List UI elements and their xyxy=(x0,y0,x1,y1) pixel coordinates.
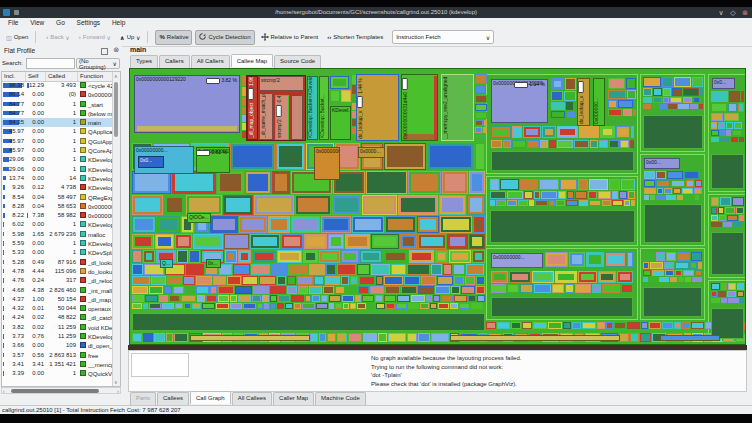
treemap-cell[interactable] xyxy=(358,286,369,294)
treemap-cell[interactable] xyxy=(287,286,297,294)
treemap-cell[interactable] xyxy=(291,216,320,233)
treemap-cell[interactable] xyxy=(319,333,326,342)
treemap-cell[interactable] xyxy=(507,191,523,199)
treemap-cell[interactable] xyxy=(618,100,633,108)
treemap-cell[interactable] xyxy=(398,195,438,215)
treemap-cell[interactable] xyxy=(326,264,336,275)
treemap-cell[interactable] xyxy=(475,74,487,84)
treemap-cell[interactable] xyxy=(475,143,485,170)
treemap-wide-bar[interactable] xyxy=(660,335,720,341)
treemap-cell[interactable] xyxy=(242,276,258,285)
treemap-cell[interactable] xyxy=(659,104,667,109)
table-row[interactable]: 29.060.001KDevelop::... xyxy=(2,155,114,164)
treemap-cell[interactable] xyxy=(732,130,742,136)
treemap-cell[interactable] xyxy=(362,295,374,302)
treemap-cell[interactable] xyxy=(664,188,672,194)
treemap-block[interactable]: 0x00... xyxy=(644,158,680,169)
treemap-cell[interactable] xyxy=(329,303,334,309)
treemap-cell[interactable] xyxy=(321,295,328,302)
treemap-cell[interactable] xyxy=(552,284,564,293)
treemap-cell[interactable] xyxy=(476,286,485,294)
treemap-cell[interactable] xyxy=(518,200,528,206)
treemap-cell[interactable] xyxy=(213,276,226,285)
table-row[interactable]: 3.730.7611 259KDevelop::... xyxy=(2,332,114,341)
treemap-cell[interactable] xyxy=(316,303,328,309)
table-row[interactable]: 4.760.24317_dl_relocat... xyxy=(2,276,114,285)
treemap-cell[interactable] xyxy=(511,322,521,329)
treemap-cell[interactable] xyxy=(132,276,150,285)
treemap-cell[interactable] xyxy=(644,171,655,179)
treemap-cell[interactable] xyxy=(588,191,597,199)
tab-machine-code[interactable]: Machine Code xyxy=(315,392,366,405)
treemap-cell[interactable] xyxy=(285,303,293,309)
treemap-cell[interactable] xyxy=(245,171,271,194)
treemap-cell[interactable] xyxy=(486,322,496,329)
treemap-cell[interactable] xyxy=(294,303,301,309)
treemap-cell[interactable] xyxy=(664,262,674,269)
treemap-cell[interactable] xyxy=(484,120,487,126)
treemap-cell[interactable] xyxy=(574,140,589,148)
treemap-block[interactable]: 0x0000000002d1b500.61 % xyxy=(196,147,230,173)
treemap-cell[interactable] xyxy=(565,284,574,293)
treemap-cell[interactable] xyxy=(360,250,382,263)
treemap-cell[interactable] xyxy=(383,250,408,263)
treemap-cell[interactable] xyxy=(602,200,611,206)
treemap-cell[interactable] xyxy=(225,250,237,263)
treemap-cell[interactable] xyxy=(490,191,506,199)
treemap-cell[interactable] xyxy=(663,97,669,103)
treemap-cell[interactable] xyxy=(418,234,446,249)
treemap-cell[interactable] xyxy=(720,197,731,206)
treemap-cell[interactable] xyxy=(297,276,313,285)
treemap-cell[interactable] xyxy=(343,303,349,309)
treemap-cell[interactable] xyxy=(534,191,540,199)
treemap-cell[interactable] xyxy=(566,102,573,110)
treemap-cell[interactable] xyxy=(491,140,502,148)
treemap-cell[interactable] xyxy=(490,200,495,206)
treemap-cell[interactable] xyxy=(183,276,195,285)
treemap-cell[interactable] xyxy=(375,295,383,302)
open-button[interactable]: ◫ Open xyxy=(3,31,31,44)
treemap-cell[interactable] xyxy=(643,77,661,87)
treemap-block[interactable]: 0x0... xyxy=(712,78,735,89)
treemap-cell[interactable] xyxy=(224,234,249,249)
treemap-cell[interactable] xyxy=(589,179,608,190)
treemap-cell[interactable] xyxy=(438,303,449,309)
treemap-cell[interactable] xyxy=(475,120,483,126)
treemap-cell[interactable] xyxy=(653,88,662,96)
treemap-block[interactable] xyxy=(291,95,303,140)
treemap-cell[interactable] xyxy=(609,179,620,190)
treemap-cell[interactable] xyxy=(132,195,163,215)
treemap-cell[interactable] xyxy=(532,271,554,283)
treemap-empty-area[interactable] xyxy=(132,313,485,331)
menu-help[interactable]: Help xyxy=(112,18,125,26)
tab-call-graph[interactable]: Call Graph xyxy=(190,391,231,404)
treemap-cell[interactable] xyxy=(367,303,375,309)
treemap-cell[interactable] xyxy=(305,295,311,302)
treemap-block[interactable]: 0x... xyxy=(206,259,221,268)
treemap-cell[interactable] xyxy=(572,322,581,329)
treemap-cell[interactable] xyxy=(686,180,694,187)
treemap-cell[interactable] xyxy=(355,295,361,302)
treemap-cell[interactable] xyxy=(154,333,165,342)
treemap-cell[interactable] xyxy=(196,286,209,294)
treemap-cell[interactable] xyxy=(384,295,396,302)
treemap-cell[interactable] xyxy=(520,284,533,293)
treemap-cell[interactable] xyxy=(330,90,340,102)
treemap-cell[interactable] xyxy=(662,322,673,329)
grouping-select[interactable]: (No Grouping) ∨ xyxy=(76,58,120,69)
treemap-cell[interactable] xyxy=(652,104,658,109)
treemap-block[interactable]: 0x00000000001292203.82 % xyxy=(134,75,240,133)
search-input[interactable] xyxy=(26,58,75,69)
treemap-cell[interactable] xyxy=(527,140,539,148)
treemap-cell[interactable] xyxy=(627,252,633,267)
treemap-cell[interactable] xyxy=(737,291,744,297)
treemap-cell[interactable] xyxy=(323,286,334,294)
treemap-cell[interactable] xyxy=(421,276,436,285)
treemap-cell[interactable] xyxy=(441,295,453,302)
treemap-cell[interactable] xyxy=(683,88,699,96)
tab-source-code[interactable]: Source Code xyxy=(274,55,321,68)
treemap-block[interactable]: 0x00000000031d4e0 1.28 % xyxy=(401,74,438,141)
treemap-cell[interactable] xyxy=(597,322,605,329)
treemap-cell[interactable] xyxy=(549,140,556,148)
treemap-cell[interactable] xyxy=(721,283,727,290)
